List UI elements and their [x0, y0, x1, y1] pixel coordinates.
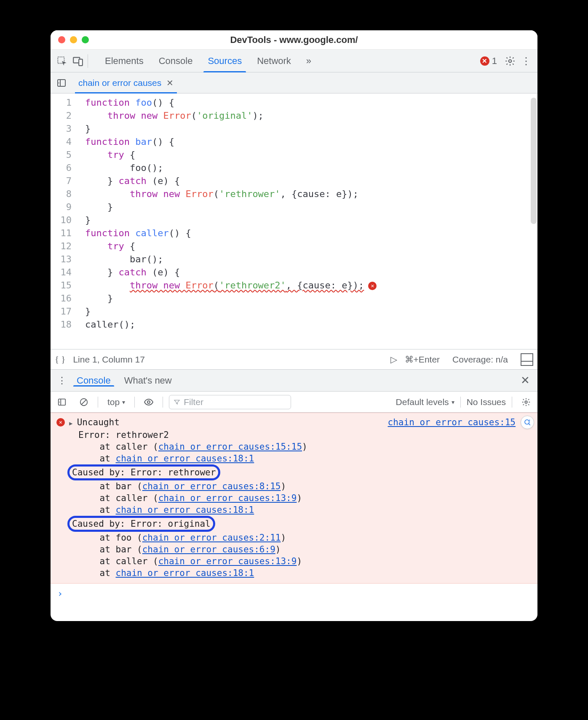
stack-frame-link[interactable]: chain or error causes:6:9: [142, 544, 275, 555]
tab-elements[interactable]: Elements: [97, 50, 151, 72]
stack-trace: Error: rethrower2 at caller (chain or er…: [56, 429, 532, 579]
close-tab-icon[interactable]: ✕: [166, 78, 174, 88]
tab-network[interactable]: Network: [249, 50, 299, 72]
main-toolbar: Elements Console Sources Network » ✕ 1 ⋮: [51, 50, 537, 72]
svg-point-10: [147, 401, 150, 403]
separator: [88, 54, 88, 68]
inline-error-icon[interactable]: ✕: [368, 282, 377, 290]
settings-gear-icon[interactable]: [502, 53, 518, 69]
separator: [163, 397, 163, 408]
tab-label: What's new: [124, 375, 172, 386]
issues-link[interactable]: No Issues: [467, 397, 506, 407]
chevrons-icon: »: [306, 56, 311, 67]
more-menu-icon[interactable]: ⋮: [518, 53, 534, 69]
stack-frame-link[interactable]: chain or error causes:18:1: [116, 453, 254, 464]
console-prompt[interactable]: ›: [51, 584, 537, 604]
stack-frame-link[interactable]: chain or error causes:18:1: [116, 568, 254, 578]
ai-explain-icon[interactable]: [521, 416, 534, 429]
console-output: chain or error causes:15 ✕ ▸ Uncaught Er…: [51, 413, 537, 621]
inspect-element-icon[interactable]: [54, 53, 70, 69]
filter-icon: [174, 399, 180, 405]
chevron-down-icon: ▾: [122, 399, 125, 405]
svg-rect-2: [79, 59, 83, 65]
filter-placeholder: Filter: [184, 397, 203, 407]
drawer-tabs: ⋮ Console What's new ✕: [51, 370, 537, 392]
stack-frame-link[interactable]: chain or error causes:15:15: [158, 442, 302, 452]
code-editor[interactable]: 123456789101112131415161718 function foo…: [51, 93, 537, 349]
live-expression-icon[interactable]: [141, 394, 157, 410]
editor-status-bar: { } Line 1, Column 17 ▷ ⌘+Enter Coverage…: [51, 349, 537, 370]
error-count: 1: [492, 56, 497, 67]
stack-frame-link[interactable]: chain or error causes:8:15: [142, 481, 281, 491]
console-filter-input[interactable]: Filter: [169, 395, 291, 409]
file-tab-row: chain or error causes ✕: [51, 72, 537, 93]
editor-scrollbar[interactable]: [531, 98, 537, 224]
run-shortcut-hint: ⌘+Enter: [405, 355, 440, 365]
minimize-window-button[interactable]: [70, 36, 77, 43]
error-count-badge[interactable]: ✕ 1: [480, 56, 497, 67]
traffic-lights: [58, 36, 89, 43]
separator: [98, 397, 98, 408]
error-header-text: Uncaught: [77, 416, 120, 428]
pretty-print-icon[interactable]: { }: [55, 354, 65, 365]
console-sidebar-toggle-icon[interactable]: [54, 394, 70, 410]
separator: [134, 397, 135, 408]
error-source-link[interactable]: chain or error causes:15: [388, 416, 516, 428]
tabs-overflow-button[interactable]: »: [299, 50, 319, 72]
tab-sources[interactable]: Sources: [200, 50, 249, 72]
stack-frame-link[interactable]: chain or error causes:18:1: [116, 505, 254, 515]
levels-label: Default levels: [396, 397, 449, 407]
stack-frame-link[interactable]: chain or error causes:13:9: [158, 556, 297, 566]
separator: [512, 397, 512, 408]
svg-point-11: [525, 401, 527, 403]
tab-label: Elements: [105, 56, 144, 67]
close-window-button[interactable]: [58, 36, 65, 43]
drawer-tab-whatsnew[interactable]: What's new: [118, 375, 179, 386]
log-levels-selector[interactable]: Default levels ▾: [396, 397, 454, 407]
tab-console[interactable]: Console: [151, 50, 200, 72]
execution-context-selector[interactable]: top ▾: [104, 397, 128, 407]
drawer-more-icon[interactable]: ⋮: [54, 375, 70, 386]
file-tab[interactable]: chain or error causes ✕: [73, 72, 179, 93]
line-number-gutter: 123456789101112131415161718: [51, 93, 76, 349]
zoom-window-button[interactable]: [82, 36, 89, 43]
code-content[interactable]: function foo() { throw new Error('origin…: [76, 93, 377, 349]
tab-label: Network: [257, 56, 291, 67]
window-title: DevTools - www.google.com/: [51, 35, 537, 45]
sidebar-toggle-icon[interactable]: [521, 353, 533, 366]
stack-frame-link[interactable]: chain or error causes:13:9: [158, 493, 297, 503]
panel-tabs: Elements Console Sources Network »: [97, 50, 319, 72]
devtools-window: DevTools - www.google.com/ Elements Cons…: [51, 30, 537, 621]
console-toolbar: top ▾ Filter Default levels ▾ No Issues: [51, 392, 537, 413]
coverage-status: Coverage: n/a: [452, 355, 508, 365]
tab-label: Sources: [208, 56, 242, 67]
chevron-down-icon: ▾: [452, 399, 454, 405]
console-error-message[interactable]: chain or error causes:15 ✕ ▸ Uncaught Er…: [51, 413, 537, 584]
svg-point-12: [525, 420, 529, 424]
error-icon: ✕: [56, 418, 65, 427]
separator: [460, 397, 461, 408]
drawer-tab-console[interactable]: Console: [70, 375, 118, 386]
window-titlebar: DevTools - www.google.com/: [51, 30, 537, 50]
error-icon: ✕: [480, 56, 489, 66]
stack-frame-link[interactable]: chain or error causes:2:11: [142, 533, 281, 543]
tab-label: Console: [77, 375, 111, 386]
svg-line-9: [82, 400, 86, 404]
cursor-position: Line 1, Column 17: [73, 355, 144, 365]
navigator-toggle-icon[interactable]: [54, 75, 69, 91]
svg-point-14: [529, 420, 530, 421]
expand-triangle-icon[interactable]: ▸: [68, 417, 74, 429]
context-label: top: [107, 397, 120, 407]
run-icon[interactable]: ▷: [390, 355, 397, 365]
clear-console-icon[interactable]: [76, 394, 92, 410]
tab-label: Console: [159, 56, 193, 67]
drawer-close-icon[interactable]: ✕: [516, 374, 534, 387]
svg-point-3: [509, 59, 512, 62]
svg-line-13: [529, 424, 530, 425]
device-toolbar-icon[interactable]: [70, 53, 86, 69]
console-settings-gear-icon[interactable]: [518, 394, 534, 410]
file-tab-name: chain or error causes: [78, 78, 161, 88]
